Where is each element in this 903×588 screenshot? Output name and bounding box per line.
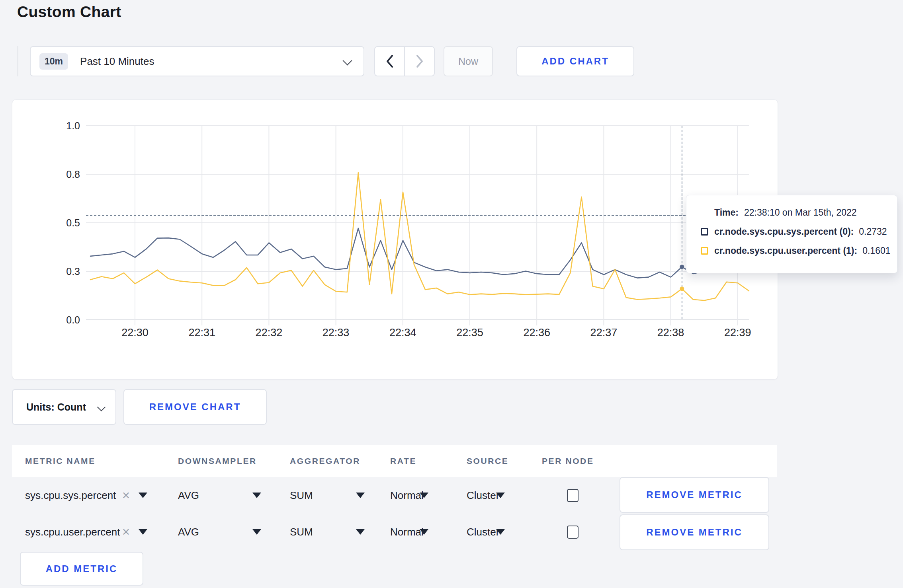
chevron-down-icon bbox=[97, 403, 106, 411]
time-window-label: Past 10 Minutes bbox=[80, 55, 154, 68]
aggregator-value[interactable]: SUM bbox=[290, 489, 313, 502]
time-window-badge: 10m bbox=[39, 53, 68, 70]
remove-metric-button[interactable]: REMOVE METRIC bbox=[620, 514, 769, 550]
per-node-checkbox[interactable] bbox=[567, 526, 579, 539]
series-line bbox=[90, 228, 749, 278]
source-value[interactable]: Cluster bbox=[467, 489, 499, 502]
x-axis-tick-label: 22:37 bbox=[590, 327, 618, 339]
column-header-rate: RATE bbox=[390, 456, 416, 466]
source-caret-icon[interactable] bbox=[496, 493, 505, 498]
metric-name-dropdown-caret-icon[interactable] bbox=[139, 529, 147, 535]
downsampler-caret-icon[interactable] bbox=[252, 493, 261, 498]
now-button[interactable]: Now bbox=[444, 46, 493, 76]
y-axis-tick-label: 1.0 bbox=[66, 120, 80, 131]
time-window-select[interactable]: 10m Past 10 Minutes bbox=[30, 46, 364, 76]
tooltip-time-label: Time: bbox=[714, 207, 739, 218]
y-axis-tick-label: 0.8 bbox=[66, 169, 80, 180]
units-select[interactable]: Units: Count bbox=[12, 389, 116, 425]
column-header-per-node: PER NODE bbox=[542, 456, 594, 466]
metric-name-value: sys.cpu.sys.percent bbox=[25, 489, 116, 502]
column-header-downsampler: DOWNSAMPLER bbox=[178, 456, 257, 466]
rate-value[interactable]: Normal bbox=[390, 489, 424, 502]
chart-hover-tooltip: Time:22:38:10 on Mar 15th, 2022 cr.node.… bbox=[686, 195, 897, 273]
downsampler-value[interactable]: AVG bbox=[178, 526, 199, 538]
tooltip-series-value: 0.2732 bbox=[859, 226, 887, 237]
series-line bbox=[90, 173, 749, 300]
tooltip-series-row: cr.node.sys.cpu.user.percent (1): 0.1601 bbox=[701, 245, 897, 256]
metrics-table-header: METRIC NAMEDOWNSAMPLERAGGREGATORRATESOUR… bbox=[12, 445, 777, 477]
metric-name-dropdown-caret-icon[interactable] bbox=[139, 493, 147, 498]
x-axis-tick-label: 22:31 bbox=[188, 327, 215, 339]
x-axis-tick-label: 22:35 bbox=[456, 327, 483, 339]
tooltip-time-row: Time:22:38:10 on Mar 15th, 2022 bbox=[701, 207, 897, 218]
rate-value[interactable]: Normal bbox=[390, 526, 424, 538]
x-axis-tick-label: 22:33 bbox=[322, 327, 350, 339]
remove-chart-button[interactable]: REMOVE CHART bbox=[123, 389, 267, 425]
add-metric-button[interactable]: ADD METRIC bbox=[20, 552, 143, 586]
aggregator-caret-icon[interactable] bbox=[356, 493, 365, 498]
chart-card: 0.00.30.50.81.022:3022:3122:3222:3322:34… bbox=[12, 99, 778, 380]
y-axis-tick-label: 0.5 bbox=[66, 217, 80, 228]
rate-caret-icon[interactable] bbox=[420, 529, 428, 535]
remove-metric-name-icon[interactable]: ✕ bbox=[122, 526, 130, 538]
next-timewindow-button[interactable] bbox=[405, 47, 434, 76]
metric-name-value: sys.cpu.user.percent bbox=[25, 526, 120, 538]
hover-point-dot bbox=[680, 265, 684, 269]
chevron-left-icon bbox=[385, 55, 394, 68]
hover-point-dot bbox=[680, 286, 684, 291]
tooltip-series-value: 0.1601 bbox=[862, 245, 890, 256]
x-axis-tick-label: 22:36 bbox=[523, 327, 550, 339]
rate-caret-icon[interactable] bbox=[420, 493, 428, 498]
series-swatch-icon bbox=[701, 247, 708, 255]
remove-metric-name-icon[interactable]: ✕ bbox=[122, 490, 130, 501]
per-node-checkbox[interactable] bbox=[567, 489, 579, 502]
prev-timewindow-button[interactable] bbox=[375, 47, 404, 76]
page-title: Custom Chart bbox=[17, 3, 121, 21]
x-axis-tick-label: 22:34 bbox=[389, 327, 416, 339]
add-chart-button[interactable]: ADD CHART bbox=[516, 46, 634, 76]
y-axis-tick-label: 0.3 bbox=[66, 266, 80, 277]
remove-metric-button[interactable]: REMOVE METRIC bbox=[620, 477, 769, 513]
downsampler-caret-icon[interactable] bbox=[252, 529, 261, 535]
x-axis-tick-label: 22:32 bbox=[256, 327, 283, 339]
time-pager bbox=[374, 46, 435, 76]
aggregator-value[interactable]: SUM bbox=[290, 526, 313, 538]
column-header-source: SOURCE bbox=[467, 456, 508, 466]
y-axis-tick-label: 0.0 bbox=[66, 314, 80, 325]
column-header-metric-name: METRIC NAME bbox=[25, 456, 96, 466]
x-axis-tick-label: 22:39 bbox=[724, 327, 751, 339]
source-caret-icon[interactable] bbox=[496, 529, 505, 535]
series-swatch-icon bbox=[701, 228, 708, 236]
source-value[interactable]: Cluster bbox=[467, 526, 499, 538]
chevron-right-icon bbox=[415, 55, 424, 68]
column-header-aggregator: AGGREGATOR bbox=[290, 456, 360, 466]
tooltip-series-name: cr.node.sys.cpu.user.percent (1): bbox=[714, 245, 857, 256]
tooltip-series-row: cr.node.sys.cpu.sys.percent (0): 0.2732 bbox=[701, 226, 897, 237]
x-axis-tick-label: 22:38 bbox=[657, 327, 684, 339]
tooltip-series-name: cr.node.sys.cpu.sys.percent (0): bbox=[714, 226, 854, 237]
toolbar-left-rail bbox=[18, 46, 18, 76]
x-axis-tick-label: 22:30 bbox=[121, 327, 149, 339]
tooltip-time-value: 22:38:10 on Mar 15th, 2022 bbox=[744, 207, 857, 218]
chevron-down-icon bbox=[342, 56, 352, 65]
aggregator-caret-icon[interactable] bbox=[356, 529, 365, 535]
timeseries-chart[interactable]: 0.00.30.50.81.022:3022:3122:3222:3322:34… bbox=[12, 100, 778, 379]
downsampler-value[interactable]: AVG bbox=[178, 489, 199, 502]
units-select-label: Units: Count bbox=[26, 401, 86, 413]
